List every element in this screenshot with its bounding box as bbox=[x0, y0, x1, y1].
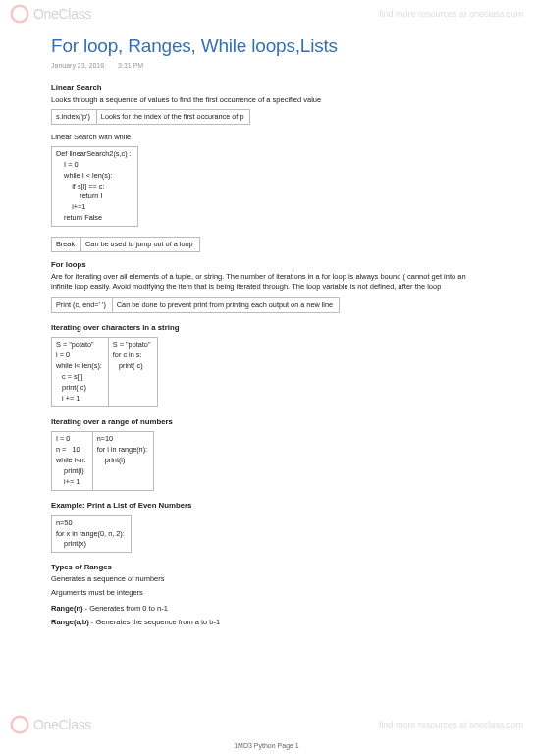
svg-point-1 bbox=[12, 717, 28, 733]
brand-name: OneClass bbox=[33, 716, 91, 734]
section-iter-range-title: Iterating over a range of numbers bbox=[51, 417, 482, 428]
section-iter-chars-title: Iterating over characters in a string bbox=[51, 323, 482, 334]
table-row: Break Can be used to jump out of a loop bbox=[52, 238, 200, 252]
iter-range-table: I = 0 n = 10 while i<n: print(i) i+= 1 n… bbox=[51, 431, 154, 491]
section-ranges-title: Types of Ranges bbox=[51, 563, 482, 573]
page-meta: January 23, 2018 3:31 PM bbox=[51, 61, 482, 70]
page-footer: 1MD3 Python Page 1 bbox=[0, 741, 533, 750]
table-row: Def linearSearch2(s,c) : I = 0 while I <… bbox=[52, 146, 138, 227]
code-block: n=50 for x in range(0, n, 2): print(x) bbox=[56, 518, 125, 551]
cell-code: n=50 for x in range(0, n, 2): print(x) bbox=[52, 515, 132, 553]
cell-code-while: S = "potato" i = 0 while i< len(s): c = … bbox=[52, 338, 109, 407]
table-row: n=50 for x in range(0, n, 2): print(x) bbox=[52, 515, 132, 553]
section-linear-search-title: Linear Search bbox=[51, 83, 482, 94]
index-table: s.index('p') Looks for the index of the … bbox=[51, 109, 250, 125]
code-block: n=10 for i in range(n): print(i) bbox=[97, 434, 148, 466]
cell-code: Def linearSearch2(s,c) : I = 0 while I <… bbox=[52, 146, 138, 227]
section-linear-search-desc: Looks through a sequence of values to fi… bbox=[51, 95, 482, 105]
watermark-link: find more resources at oneclass.com bbox=[379, 719, 523, 730]
iter-chars-table: S = "potato" i = 0 while i< len(s): c = … bbox=[51, 337, 158, 407]
code-block: I = 0 n = 10 while i<n: print(i) i+= 1 bbox=[56, 434, 86, 488]
cell-desc: Looks for the index of the first occuran… bbox=[96, 109, 250, 124]
cell-code-while: I = 0 n = 10 while i<n: print(i) i+= 1 bbox=[52, 432, 93, 491]
table-row: S = "potato" i = 0 while i< len(s): c = … bbox=[52, 338, 158, 407]
cell-code: s.index('p') bbox=[52, 109, 97, 124]
cell-desc: Can be done to prevent print from printi… bbox=[112, 297, 339, 312]
oneclass-icon bbox=[10, 715, 29, 734]
meta-date: January 23, 2018 bbox=[51, 62, 104, 69]
range-ab-label: Range(a,b) bbox=[51, 618, 91, 626]
section-linear-while-title: Linear Search with while bbox=[51, 133, 482, 142]
watermark-bottom: OneClass find more resources at oneclass… bbox=[0, 711, 533, 738]
linear-while-code-table: Def linearSearch2(s,c) : I = 0 while I <… bbox=[51, 146, 138, 228]
range-ab-desc: - Generates the sequence from a to b-1 bbox=[91, 618, 220, 626]
cell-code-for: S = "potato" for c in s: print( c) bbox=[108, 338, 157, 407]
table-row: Print (c, end=' ') Can be done to preven… bbox=[52, 297, 340, 312]
code-block: Def linearSearch2(s,c) : I = 0 while I <… bbox=[56, 149, 132, 225]
code-block: S = "potato" for c in s: print( c) bbox=[113, 340, 151, 372]
cell-code: Print (c, end=' ') bbox=[52, 297, 113, 312]
even-code-table: n=50 for x in range(0, n, 2): print(x) bbox=[51, 515, 132, 554]
range-n: Range(n) - Generates from 0 to n-1 bbox=[51, 604, 482, 614]
ranges-line2: Arguments must be integers bbox=[51, 588, 482, 598]
cell-code-for: n=10 for i in range(n): print(i) bbox=[92, 432, 154, 491]
page-content: For loop, Ranges, While loops,Lists Janu… bbox=[0, 0, 533, 671]
table-row: I = 0 n = 10 while i<n: print(i) i+= 1 n… bbox=[52, 432, 154, 491]
ranges-line1: Generates a sequence of numbers bbox=[51, 574, 482, 584]
brand-logo: OneClass bbox=[10, 715, 91, 734]
break-table: Break Can be used to jump out of a loop bbox=[51, 237, 200, 252]
cell-keyword: Break bbox=[52, 238, 81, 252]
meta-time: 3:31 PM bbox=[118, 62, 143, 69]
table-row: s.index('p') Looks for the index of the … bbox=[52, 109, 250, 124]
range-ab: Range(a,b) - Generates the sequence from… bbox=[51, 618, 482, 627]
page-title: For loop, Ranges, While loops,Lists bbox=[51, 33, 482, 59]
print-end-table: Print (c, end=' ') Can be done to preven… bbox=[51, 297, 340, 313]
cell-desc: Can be used to jump out of a loop bbox=[81, 238, 200, 252]
section-forloops-desc: Are for iterating over all elements of a… bbox=[51, 272, 482, 292]
section-even-title: Example: Print a List of Even Numbers bbox=[51, 501, 482, 512]
range-n-desc: - Generates from 0 to n-1 bbox=[85, 604, 168, 613]
code-block: S = "potato" i = 0 while i< len(s): c = … bbox=[56, 340, 102, 405]
range-n-label: Range(n) bbox=[51, 604, 85, 613]
section-forloops-title: For loops bbox=[51, 260, 482, 271]
